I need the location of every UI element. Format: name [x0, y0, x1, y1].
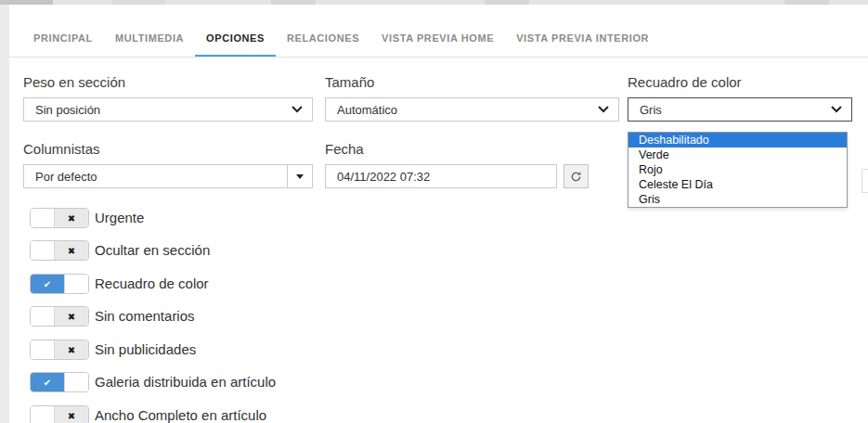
toggle-knob [31, 307, 55, 326]
recuadro-select[interactable]: Gris [628, 97, 852, 122]
toggle-label: Sin comentarios [95, 306, 195, 327]
chevron-down-icon [291, 106, 303, 113]
fecha-input[interactable] [325, 164, 557, 188]
toggle-label: Ancho Completo en artículo [95, 405, 266, 423]
toggle-knob [31, 209, 55, 227]
toggle-knob [64, 373, 88, 391]
toggle-state-icon [55, 340, 88, 359]
toggle-label: Galeria distribuida en artículo [95, 372, 276, 392]
tab-opciones[interactable]: OPCIONES [195, 32, 276, 58]
toggle-row-ancho-completo: Ancho Completo en artículo [9, 405, 418, 423]
field-tamano: Tamaño Automático [325, 74, 619, 122]
toggle-row-sin-comentarios: Sin comentarios [9, 306, 418, 327]
field-label: Recuadro de color [628, 74, 852, 91]
refresh-date-button[interactable] [564, 164, 589, 188]
toggle-knob [31, 340, 55, 359]
field-peso-en-seccion: Peso en sección Sin posición [23, 74, 313, 122]
dropdown-option-verde[interactable]: Verde [628, 147, 847, 162]
tab-vista-previa-interior[interactable]: VISTA PREVIA INTERIOR [505, 32, 660, 58]
field-label: Tamaño [325, 74, 619, 91]
toggle-row-galeria-distribuida: Galeria distribuida en artículo [9, 372, 418, 392]
columnistas-combo[interactable]: Por defecto [23, 164, 313, 188]
field-label: Peso en sección [23, 74, 313, 91]
dropdown-option-deshabilitado[interactable]: Deshabilitado [628, 133, 847, 147]
chevron-down-icon [831, 106, 842, 113]
tab-vista-previa-home[interactable]: VISTA PREVIA HOME [370, 32, 505, 58]
toggle-sin-publicidades[interactable] [30, 340, 89, 360]
peso-select[interactable]: Sin posición [23, 97, 313, 122]
toggle-label: Recuadro de color [95, 274, 209, 294]
toggle-state-icon [55, 209, 88, 227]
toggle-galeria-distribuida[interactable] [30, 372, 89, 392]
toggle-recuadro-de-color[interactable] [30, 274, 89, 294]
tab-bar: PRINCIPAL MULTIMEDIA OPCIONES RELACIONES… [9, 5, 868, 58]
toggle-sin-comentarios[interactable] [30, 306, 89, 327]
clipped-field [862, 169, 868, 193]
toggle-row-sin-publicidades: Sin publicidades [9, 340, 418, 360]
tab-principal[interactable]: PRINCIPAL [22, 32, 104, 58]
tamano-select[interactable]: Automático [325, 97, 619, 122]
toggle-row-ocultar-en-seccion: Ocultar en sección [9, 240, 418, 261]
peso-select-value: Sin posición [35, 103, 291, 117]
columnistas-value: Por defecto [24, 165, 287, 187]
toggle-row-recuadro-de-color: Recuadro de color [9, 274, 418, 294]
toggle-state-icon [55, 241, 88, 260]
toggle-state-icon [55, 406, 88, 423]
dropdown-option-gris[interactable]: Gris [628, 192, 847, 207]
toggle-knob [64, 275, 88, 293]
tamano-select-value: Automático [337, 103, 598, 117]
toggle-knob [31, 406, 55, 423]
toggle-label: Ocultar en sección [95, 240, 210, 261]
caret-down-icon [296, 174, 304, 179]
field-columnistas: Columnistas Por defecto [23, 141, 313, 188]
tab-relaciones[interactable]: RELACIONES [276, 32, 370, 58]
toggle-ocultar-en-seccion[interactable] [30, 240, 89, 261]
options-panel: PRINCIPAL MULTIMEDIA OPCIONES RELACIONES… [9, 5, 868, 423]
toggle-state-icon [31, 373, 64, 391]
tab-multimedia[interactable]: MULTIMEDIA [104, 32, 195, 58]
toggle-knob [31, 241, 55, 260]
dropdown-option-celeste-el-dia[interactable]: Celeste El Día [628, 177, 847, 192]
tabbar-divider [9, 57, 868, 58]
toggle-label: Urgente [95, 208, 144, 228]
toggle-label: Sin publicidades [95, 340, 196, 360]
left-gutter [0, 5, 9, 423]
toggle-state-icon [55, 307, 88, 326]
toggle-state-icon [31, 275, 64, 293]
dropdown-option-rojo[interactable]: Rojo [628, 162, 847, 177]
toggle-urgente[interactable] [30, 208, 89, 228]
refresh-icon [570, 171, 582, 183]
field-label: Columnistas [23, 141, 313, 158]
columnistas-dropdown-button[interactable] [287, 165, 312, 187]
toggle-row-urgente: Urgente [9, 208, 418, 228]
toggle-ancho-completo[interactable] [30, 405, 89, 423]
field-fecha: Fecha [325, 141, 589, 188]
field-recuadro-de-color: Recuadro de color Gris [628, 74, 852, 122]
recuadro-dropdown-list: Deshabilitado Verde Rojo Celeste El Día … [628, 132, 848, 208]
chevron-down-icon [598, 106, 609, 113]
field-label: Fecha [325, 141, 589, 158]
recuadro-select-value: Gris [640, 103, 831, 117]
